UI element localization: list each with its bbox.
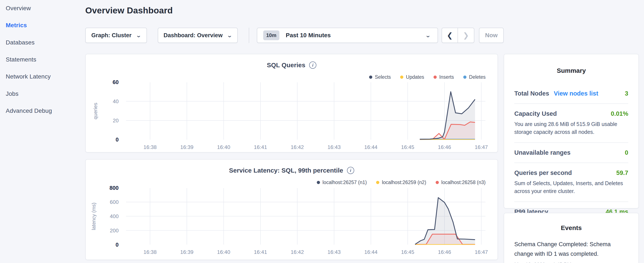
event-message[interactable]: Schema Change Completed: Schema change w… (514, 239, 628, 259)
sidebar-item-jobs[interactable]: Jobs (6, 90, 18, 97)
sidebar: Overview Metrics Databases Statements Ne… (0, 0, 84, 263)
svg-text:40: 40 (113, 99, 119, 104)
svg-text:20: 20 (113, 118, 119, 123)
previous-time-button[interactable]: ❮ (442, 28, 458, 43)
svg-text:16:46: 16:46 (438, 249, 451, 255)
svg-text:60: 60 (112, 79, 119, 85)
summary-title: Summary (514, 67, 628, 74)
total-nodes-label: Total Nodes (514, 90, 549, 97)
svg-text:16:43: 16:43 (328, 249, 340, 255)
divider (514, 103, 628, 104)
chevron-left-icon: ❮ (447, 31, 453, 40)
svg-text:16:39: 16:39 (180, 249, 194, 255)
service-latency-chart[interactable]: 16:3816:3916:4016:4116:4216:4316:4416:45… (86, 160, 498, 259)
now-button[interactable]: Now (479, 28, 504, 43)
svg-text:200: 200 (110, 228, 119, 233)
graph-selector-dropdown[interactable]: Graph: Cluster ⌄ (85, 28, 147, 43)
summary-row-capacity: Capacity Used 0.01% (514, 110, 628, 117)
service-latency-chart-card: Service Latency: SQL, 99th percentile i … (85, 159, 498, 260)
event-timestamp: May 13, 2020 at 4:45 PM (514, 262, 628, 263)
svg-text:0: 0 (116, 242, 119, 248)
svg-text:400: 400 (110, 213, 119, 219)
svg-text:16:45: 16:45 (401, 249, 414, 255)
svg-text:queries: queries (92, 103, 98, 119)
svg-text:latency (ms): latency (ms) (91, 203, 96, 230)
view-nodes-list-link[interactable]: View nodes list (554, 90, 598, 97)
summary-row-total-nodes: Total Nodes View nodes list 3 (514, 90, 628, 97)
capacity-used-description: You are using 28.6 MiB of 515.9 GiB usab… (514, 120, 628, 136)
events-panel: Events Schema Change Completed: Schema c… (504, 213, 639, 263)
svg-text:16:40: 16:40 (217, 144, 230, 150)
svg-text:16:41: 16:41 (254, 249, 267, 255)
divider (514, 142, 628, 143)
sidebar-item-network-latency[interactable]: Network Latency (6, 73, 51, 80)
page: Overview Metrics Databases Statements Ne… (0, 0, 644, 263)
summary-row-qps: Queries per second 59.7 (514, 169, 628, 176)
divider (514, 163, 628, 163)
sidebar-item-statements[interactable]: Statements (6, 56, 36, 63)
svg-text:16:47: 16:47 (475, 249, 488, 255)
queries-per-second-description: Sum of Selects, Updates, Inserts, and De… (514, 179, 628, 195)
summary-row-unavailable-ranges: Unavailable ranges 0 (514, 149, 628, 156)
svg-text:0: 0 (116, 137, 119, 143)
svg-text:16:38: 16:38 (144, 249, 157, 255)
svg-text:16:41: 16:41 (254, 144, 267, 150)
sidebar-item-overview[interactable]: Overview (6, 5, 31, 12)
chevron-down-icon: ⌄ (425, 33, 431, 38)
unavailable-ranges-value: 0 (625, 149, 628, 156)
summary-panel: Summary Total Nodes View nodes list 3 Ca… (504, 54, 639, 208)
time-range-badge: 10m (263, 31, 279, 40)
svg-text:16:42: 16:42 (291, 249, 304, 255)
svg-text:16:42: 16:42 (291, 144, 304, 150)
chevron-right-icon: ❯ (463, 31, 469, 40)
svg-text:16:40: 16:40 (217, 249, 230, 255)
sidebar-item-advanced-debug[interactable]: Advanced Debug (6, 107, 52, 114)
svg-text:16:46: 16:46 (438, 144, 451, 150)
dashboard-selector-dropdown[interactable]: Dashboard: Overview ⌄ (158, 28, 238, 43)
sidebar-item-databases[interactable]: Databases (6, 39, 35, 46)
chevron-down-icon: ⌄ (136, 33, 142, 38)
events-title: Events (514, 224, 628, 231)
dashboard-selector-label: Dashboard: Overview (164, 32, 222, 39)
time-range-label: Past 10 Minutes (286, 32, 419, 39)
svg-text:16:45: 16:45 (401, 144, 414, 150)
time-range-dropdown[interactable]: 10m Past 10 Minutes ⌄ (257, 28, 438, 43)
time-step-buttons: ❮ ❯ (442, 28, 474, 43)
sidebar-item-metrics[interactable]: Metrics (6, 22, 27, 29)
capacity-used-value: 0.01% (611, 110, 628, 117)
graph-selector-label: Graph: Cluster (92, 32, 132, 39)
chevron-down-icon: ⌄ (227, 33, 232, 38)
capacity-used-label: Capacity Used (514, 110, 557, 117)
queries-per-second-value: 59.7 (616, 169, 628, 176)
svg-text:16:43: 16:43 (328, 144, 340, 150)
toolbar-divider (249, 28, 249, 43)
sql-queries-chart[interactable]: 16:3816:3916:4016:4116:4216:4316:4416:45… (86, 54, 498, 152)
total-nodes-value: 3 (625, 90, 628, 97)
svg-text:16:47: 16:47 (475, 144, 488, 150)
svg-text:800: 800 (110, 185, 119, 191)
page-title: Overview Dashboard (85, 6, 173, 16)
queries-per-second-label: Queries per second (514, 169, 572, 176)
svg-text:600: 600 (110, 199, 119, 205)
svg-text:16:38: 16:38 (144, 144, 157, 150)
unavailable-ranges-label: Unavailable ranges (514, 149, 570, 156)
svg-text:16:44: 16:44 (364, 144, 378, 150)
sql-queries-chart-card: SQL Queries i SelectsUpdatesInsertsDelet… (85, 54, 498, 153)
divider (514, 201, 628, 202)
svg-text:16:44: 16:44 (364, 249, 378, 255)
next-time-button[interactable]: ❯ (458, 28, 474, 43)
svg-text:16:39: 16:39 (180, 144, 194, 150)
